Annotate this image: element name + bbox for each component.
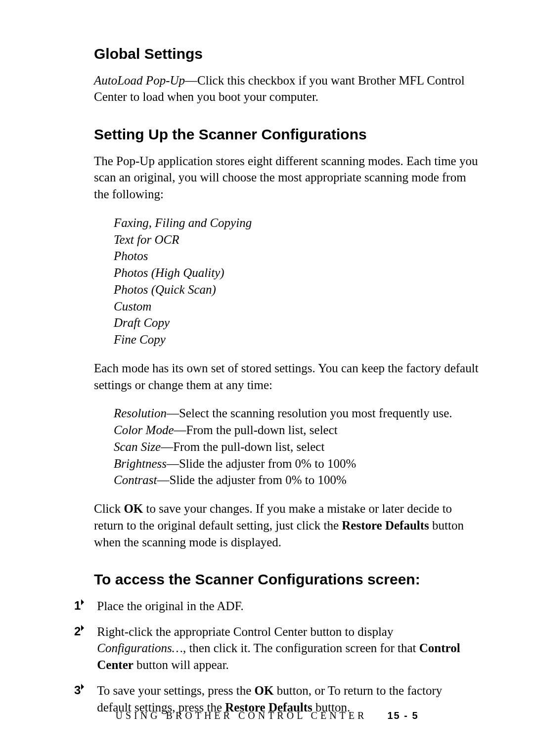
heading-scanner-config: Setting Up the Scanner Configurations <box>94 125 480 144</box>
text: To save your settings, press the <box>97 684 254 697</box>
text: Right-click the appropriate Control Cent… <box>97 625 393 638</box>
footer-section-title: USING BROTHER CONTROL CENTER <box>115 710 367 721</box>
paragraph-settings-intro: Each mode has its own set of stored sett… <box>94 360 480 394</box>
mode-item: Photos (Quick Scan) <box>114 281 480 298</box>
text: , then click it. The configuration scree… <box>183 641 419 655</box>
text: Click <box>94 502 124 515</box>
step-number: 2 <box>74 624 81 638</box>
setting-name: Brightness <box>114 457 167 470</box>
mode-item: Photos <box>114 248 480 265</box>
label-ok: OK <box>124 502 143 515</box>
heading-global-settings: Global Settings <box>94 44 480 63</box>
mode-item: Text for OCR <box>114 231 480 248</box>
mode-item: Custom <box>114 298 480 315</box>
step-number-icon: 3 <box>74 682 94 698</box>
step-body: Place the original in the ADF. <box>97 598 478 615</box>
step-item: 2 Right-click the appropriate Control Ce… <box>74 623 480 673</box>
step-number: 1 <box>74 599 81 612</box>
ordered-steps: 1 Place the original in the ADF. 2 Right… <box>94 598 480 716</box>
step-number-icon: 2 <box>74 623 94 639</box>
mode-item: Photos (High Quality) <box>114 265 480 281</box>
paragraph-scancfg-intro: The Pop-Up application stores eight diff… <box>94 153 480 203</box>
mode-item: Fine Copy <box>114 331 480 348</box>
arrow-right-icon <box>81 599 84 605</box>
paragraph-scancfg-closing: Click OK to save your changes. If you ma… <box>94 500 480 550</box>
setting-desc: —Slide the adjuster from 0% to 100% <box>157 473 347 487</box>
label-autoload-popup: AutoLoad Pop-Up <box>94 74 185 87</box>
arrow-right-icon <box>81 625 84 631</box>
mode-item: Faxing, Filing and Copying <box>114 215 480 231</box>
setting-item: Contrast—Slide the adjuster from 0% to 1… <box>114 472 480 489</box>
setting-desc: —From the pull-down list, select <box>161 440 324 453</box>
step-item: 1 Place the original in the ADF. <box>74 598 480 615</box>
label-ok: OK <box>255 684 274 697</box>
page-footer: USING BROTHER CONTROL CENTER 15 - 5 <box>0 710 534 721</box>
setting-name: Scan Size <box>114 440 161 453</box>
step-body: Right-click the appropriate Control Cent… <box>97 623 478 673</box>
setting-name: Color Mode <box>114 423 174 437</box>
paragraph-autoload: AutoLoad Pop-Up—Click this checkbox if y… <box>94 72 480 106</box>
setting-item: Scan Size—From the pull-down list, selec… <box>114 439 480 455</box>
list-scan-modes: Faxing, Filing and Copying Text for OCR … <box>114 215 480 348</box>
setting-desc: —Slide the adjuster from 0% to 100% <box>167 457 356 470</box>
setting-item: Brightness—Slide the adjuster from 0% to… <box>114 455 480 472</box>
menu-name-configurations: Configurations… <box>97 641 183 655</box>
step-number: 3 <box>74 683 81 697</box>
label-restore-defaults: Restore Defaults <box>342 519 429 532</box>
setting-name: Contrast <box>114 473 157 487</box>
footer-page-number: 15 - 5 <box>387 710 418 721</box>
heading-access-scanner-config: To access the Scanner Configurations scr… <box>94 570 480 589</box>
list-mode-settings: Resolution—Select the scanning resolutio… <box>114 405 480 489</box>
mode-item: Draft Copy <box>114 314 480 331</box>
manual-page: Global Settings AutoLoad Pop-Up—Click th… <box>0 0 534 756</box>
setting-desc: —Select the scanning resolution you most… <box>167 406 452 420</box>
setting-name: Resolution <box>114 406 167 420</box>
text: button will appear. <box>134 658 229 671</box>
step-number-icon: 1 <box>74 598 94 614</box>
setting-item: Resolution—Select the scanning resolutio… <box>114 405 480 422</box>
setting-desc: —From the pull-down list, select <box>174 423 338 437</box>
arrow-right-icon <box>81 684 84 690</box>
setting-item: Color Mode—From the pull-down list, sele… <box>114 422 480 439</box>
